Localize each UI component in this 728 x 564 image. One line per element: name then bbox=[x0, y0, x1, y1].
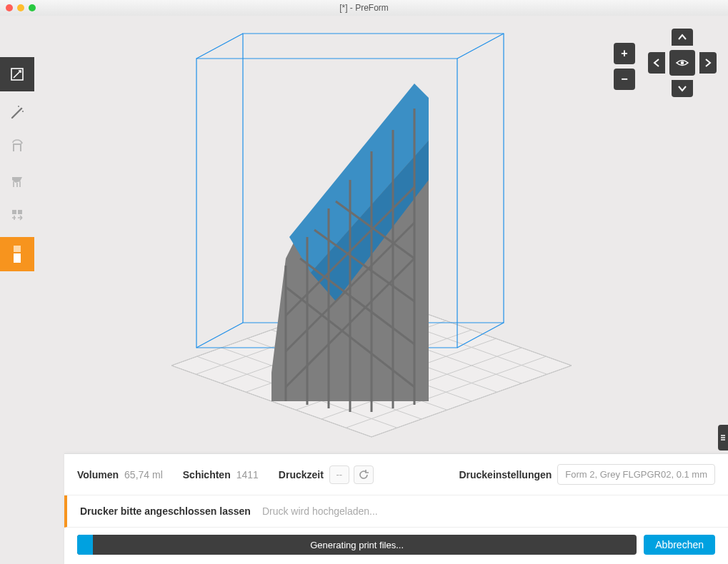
supports-tool[interactable] bbox=[0, 164, 34, 198]
svg-point-55 bbox=[681, 61, 684, 65]
orbit-down-button[interactable] bbox=[672, 80, 693, 97]
printer-icon bbox=[9, 244, 25, 264]
orient-icon bbox=[9, 139, 26, 156]
orbit-up-button[interactable] bbox=[672, 29, 693, 46]
stats-row: Volumen 65,74 ml Schichten 1411 Druckzei… bbox=[64, 454, 728, 495]
volume-value: 65,74 ml bbox=[124, 469, 163, 480]
time-label: Druckzeit bbox=[279, 469, 324, 480]
eye-icon bbox=[675, 58, 689, 68]
upload-status-row: Drucker bitte angeschlossen lassen Druck… bbox=[64, 495, 728, 528]
wand-icon bbox=[9, 104, 26, 121]
window-controls bbox=[0, 4, 36, 11]
settings-value-input[interactable]: Form 2, Grey FLGPGR02, 0.1 mm bbox=[557, 464, 715, 485]
maximize-window-button[interactable] bbox=[29, 4, 36, 11]
orbit-right-button[interactable] bbox=[699, 52, 717, 74]
orient-tool[interactable] bbox=[0, 130, 34, 164]
progress-fill bbox=[77, 535, 93, 555]
chevron-down-icon bbox=[678, 85, 687, 92]
svg-line-23 bbox=[457, 34, 504, 59]
svg-line-22 bbox=[196, 34, 243, 59]
connect-message: Drucker bitte angeschlossen lassen bbox=[80, 505, 251, 517]
progress-text: Generating print files... bbox=[310, 540, 404, 550]
layers-label: Schichten bbox=[183, 469, 231, 480]
progress-bar: Generating print files... bbox=[77, 535, 637, 555]
progress-row: Generating print files... Abbrechen bbox=[64, 528, 728, 562]
time-refresh-button[interactable] bbox=[354, 465, 374, 484]
orbit-controls: + − bbox=[648, 29, 717, 97]
volume-label: Volumen bbox=[77, 469, 119, 480]
supports-icon bbox=[9, 173, 26, 190]
refresh-icon bbox=[359, 470, 369, 480]
zoom-in-button[interactable]: + bbox=[614, 43, 635, 64]
titlebar: [*] - PreForm bbox=[0, 0, 728, 16]
layers-value: 1411 bbox=[236, 469, 259, 480]
layout-tool[interactable] bbox=[0, 198, 34, 233]
print-tool[interactable] bbox=[0, 237, 34, 271]
svg-rect-52 bbox=[18, 210, 22, 214]
bottom-panel: Volumen 65,74 ml Schichten 1411 Druckzei… bbox=[64, 453, 728, 564]
svg-point-45 bbox=[18, 106, 19, 107]
orbit-dpad bbox=[648, 29, 717, 97]
svg-rect-54 bbox=[14, 253, 21, 263]
right-panel-toggle[interactable] bbox=[718, 425, 728, 450]
list-icon bbox=[719, 433, 727, 442]
magic-tool[interactable] bbox=[0, 96, 34, 130]
svg-rect-53 bbox=[14, 246, 21, 252]
left-toolbar bbox=[0, 57, 34, 271]
time-value-button[interactable]: -- bbox=[329, 465, 349, 484]
orbit-home-button[interactable] bbox=[669, 50, 695, 76]
settings-label: Druckeinstellungen bbox=[459, 469, 552, 480]
volume-stat: Volumen 65,74 ml bbox=[77, 469, 163, 480]
chevron-up-icon bbox=[678, 34, 687, 41]
layout-icon bbox=[9, 207, 26, 224]
layers-stat: Schichten 1411 bbox=[183, 469, 259, 480]
orbit-left-button[interactable] bbox=[648, 52, 665, 74]
svg-point-44 bbox=[21, 108, 23, 110]
chevron-left-icon bbox=[653, 59, 660, 67]
svg-point-46 bbox=[22, 111, 24, 112]
svg-rect-51 bbox=[12, 210, 16, 214]
window-title: [*] - PreForm bbox=[0, 3, 728, 13]
close-window-button[interactable] bbox=[6, 4, 13, 11]
chevron-right-icon bbox=[704, 59, 712, 67]
cancel-button[interactable]: Abbrechen bbox=[644, 535, 715, 555]
expand-icon bbox=[9, 66, 25, 82]
minimize-window-button[interactable] bbox=[17, 4, 24, 11]
print-settings: Druckeinstellungen Form 2, Grey FLGPGR02… bbox=[459, 464, 715, 485]
time-stat: Druckzeit -- bbox=[279, 465, 374, 484]
size-tool[interactable] bbox=[0, 57, 34, 91]
zoom-out-button[interactable]: − bbox=[614, 69, 635, 90]
upload-status-message: Druck wird hochgeladen... bbox=[262, 505, 378, 517]
